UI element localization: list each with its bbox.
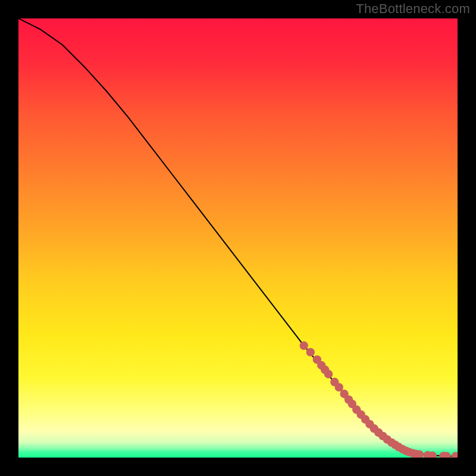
plot-area (18, 18, 458, 458)
chart-svg (18, 18, 458, 458)
data-marker (324, 370, 333, 378)
gradient-background (18, 18, 458, 458)
data-marker (300, 342, 308, 350)
watermark-text: TheBottleneck.com (356, 1, 470, 17)
chart-stage: TheBottleneck.com (0, 0, 476, 476)
data-marker (306, 348, 315, 356)
